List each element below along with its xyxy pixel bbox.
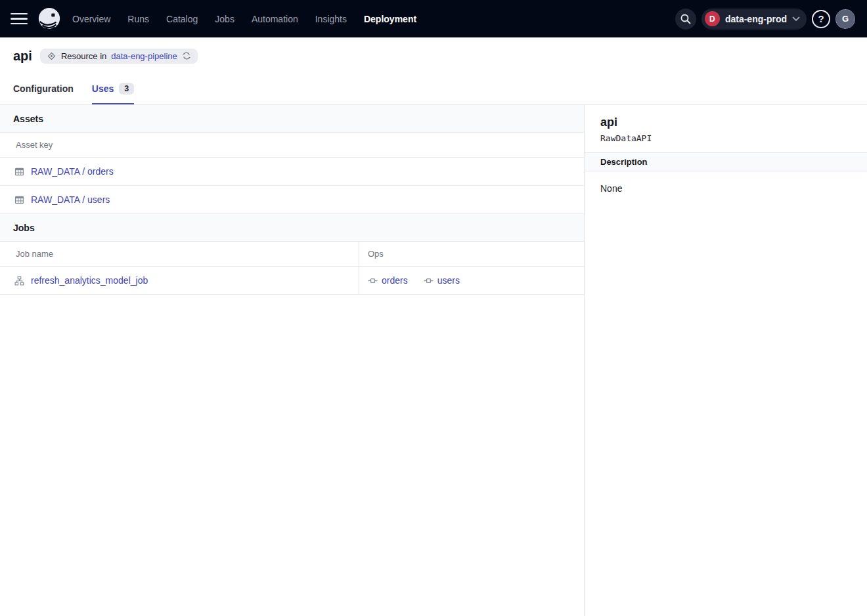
tab-configuration[interactable]: Configuration	[13, 74, 74, 104]
asset-row: RAW_DATA / users	[0, 186, 584, 214]
asset-link-orders[interactable]: RAW_DATA / orders	[31, 166, 114, 177]
dagster-logo-icon	[37, 7, 62, 32]
deployment-switcher[interactable]: D data-eng-prod	[701, 9, 807, 30]
job-row: refresh_analytics_model_job orders	[0, 267, 584, 295]
nav-item-catalog[interactable]: Catalog	[166, 14, 198, 24]
op-node-icon	[368, 276, 378, 286]
primary-nav: Overview Runs Catalog Jobs Automation In…	[72, 14, 416, 24]
description-value: None	[585, 171, 867, 206]
job-link[interactable]: refresh_analytics_model_job	[31, 275, 148, 286]
resource-badge-prefix: Resource in	[61, 51, 106, 61]
nav-item-automation[interactable]: Automation	[252, 14, 298, 24]
uses-panel: Assets Asset key RAW_DATA / orders	[0, 105, 585, 616]
asset-key-column-header: Asset key	[0, 133, 68, 157]
page-title: api	[13, 49, 32, 64]
user-avatar[interactable]: G	[835, 9, 855, 29]
dagster-logo[interactable]	[37, 7, 62, 32]
resource-icon	[47, 51, 56, 61]
assets-table-header: Asset key	[0, 133, 584, 158]
resource-type: RawDataAPI	[600, 133, 851, 143]
asset-table-icon	[14, 195, 24, 205]
op-link-orders[interactable]: orders	[368, 275, 408, 286]
nav-item-runs[interactable]: Runs	[127, 14, 149, 24]
resource-name: api	[600, 116, 851, 129]
resource-detail-panel: api RawDataAPI Description None	[585, 105, 867, 616]
hamburger-menu-icon[interactable]	[11, 13, 28, 25]
asset-link-users[interactable]: RAW_DATA / users	[31, 194, 110, 205]
deployment-badge: D	[705, 11, 720, 26]
question-mark-icon: ?	[818, 14, 824, 24]
top-navbar: Overview Runs Catalog Jobs Automation In…	[0, 0, 867, 37]
navbar-right-controls: D data-eng-prod ? G	[675, 9, 855, 30]
page-header: api Resource in data-eng-pipeline	[0, 37, 867, 74]
job-sitemap-icon	[14, 276, 24, 286]
description-section-header: Description	[585, 152, 867, 171]
tab-uses[interactable]: Uses 3	[92, 74, 134, 104]
uses-count-badge: 3	[119, 83, 134, 95]
help-button[interactable]: ?	[812, 10, 830, 28]
nav-item-insights[interactable]: Insights	[315, 14, 347, 24]
nav-item-overview[interactable]: Overview	[72, 14, 110, 24]
search-icon	[680, 13, 692, 25]
deployment-name: data-eng-prod	[725, 14, 787, 24]
op-link-users[interactable]: users	[424, 275, 460, 286]
ops-column-header: Ops	[359, 242, 584, 266]
code-location-link[interactable]: data-eng-pipeline	[111, 51, 177, 61]
jobs-section-header: Jobs	[0, 214, 584, 242]
main-content: Assets Asset key RAW_DATA / orders	[0, 105, 867, 616]
tab-bar: Configuration Uses 3	[0, 74, 867, 105]
resource-origin-badge: Resource in data-eng-pipeline	[40, 49, 198, 64]
op-node-icon	[424, 276, 434, 286]
jobs-table-header: Job name Ops	[0, 242, 584, 267]
asset-table-icon	[14, 167, 24, 177]
chevron-down-icon	[792, 16, 800, 22]
asset-row: RAW_DATA / orders	[0, 158, 584, 186]
nav-item-jobs[interactable]: Jobs	[215, 14, 234, 24]
job-name-column-header: Job name	[0, 242, 359, 266]
assets-section-header: Assets	[0, 105, 584, 133]
search-button[interactable]	[675, 9, 696, 30]
nav-item-deployment[interactable]: Deployment	[364, 14, 416, 24]
reload-icon[interactable]	[182, 51, 191, 60]
